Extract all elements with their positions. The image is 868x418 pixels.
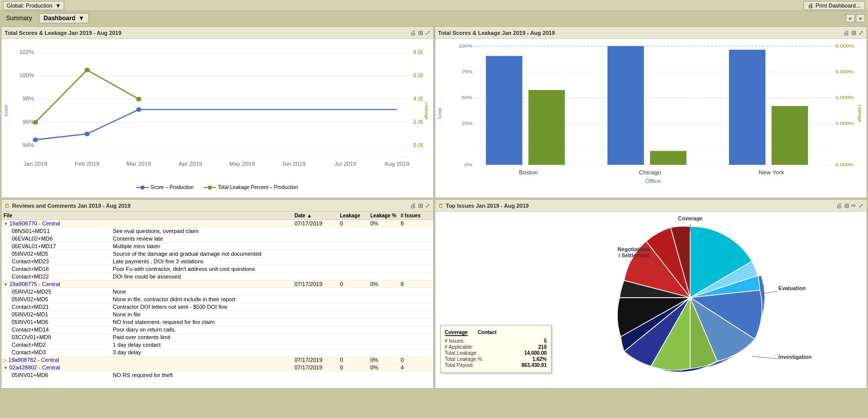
svg-point-28 (84, 68, 89, 72)
tooltip-row-payout: Total Payout: 863,430.91 (445, 362, 547, 368)
code-cell: 05INV01+MD6 (12, 319, 113, 325)
panel-header-bottom-left: 🗒 Reviews and Comments Jan 2019 - Aug 20… (2, 200, 433, 212)
panel-title-top-left: Total Scores & Leakage Jan 2019 - Aug 20… (5, 30, 121, 36)
dashboard-arrow-icon: ▼ (78, 15, 84, 22)
svg-point-26 (136, 107, 141, 112)
print-panel-icon-tr[interactable]: 🖨 (843, 29, 849, 36)
svg-text:4.000%: 4.000% (835, 95, 854, 100)
table-row: 06EVAL01+MD17 Multiple mins taken (2, 243, 433, 250)
date-cell: 07/17/2019 (295, 281, 340, 287)
svg-rect-51 (528, 90, 565, 165)
svg-text:0.00%: 0.00% (413, 143, 423, 148)
table-row: Contact+MD2 1 day delay contact (2, 341, 433, 349)
expand-panel-icon-bl[interactable]: ⊞ (418, 202, 423, 209)
svg-text:0%: 0% (465, 162, 473, 167)
dashboard-dropdown[interactable]: Dashboard ▼ (39, 13, 89, 23)
date-cell: 07/17/2019 (295, 357, 340, 363)
table-row: 05INV01+MD6 NO Insd statement- required … (2, 318, 433, 326)
table-row: Contact+MD16 Poor Fu with contractor, di… (2, 265, 433, 273)
svg-line-68 (752, 356, 777, 359)
edit-panel-icon-br[interactable]: ✏ (851, 202, 856, 209)
tooltip-tab-coverage[interactable]: Coverage (445, 330, 468, 336)
leakage-pct-cell: 0% (371, 220, 401, 226)
nav-left-button[interactable]: « (846, 14, 855, 22)
file-link[interactable]: ▼ 19a908770 - Central (4, 220, 295, 226)
print-panel-icon-bl[interactable]: 🖨 (410, 202, 416, 209)
code-cell: Contact+MD23 (12, 258, 113, 264)
desc-cell: 3 day delay (113, 349, 431, 355)
main-grid: Total Scores & Leakage Jan 2019 - Aug 20… (0, 25, 868, 418)
reviews-table-scroll[interactable]: ▼ 19a908770 - Central 07/17/2019 0 0% 8 … (2, 220, 433, 385)
global-dropdown[interactable]: Global: Production ▼ (3, 1, 64, 10)
tooltip-row-applicable: # Applicable: 210 (445, 344, 547, 350)
legend-leakage-production: Total Leakage Percent – Production (204, 184, 298, 190)
code-cell: Contact+MD3 (12, 349, 113, 355)
reviews-table-header: File Date ▲ Leakage Leakage % # Issues (2, 212, 433, 220)
col-leakage-pct: Leakage % (371, 213, 401, 218)
code-cell: 05INV02+MD25 (12, 289, 113, 295)
fullscreen-panel-icon-bl[interactable]: ⤢ (425, 202, 430, 209)
panel-title-reviews: Reviews and Comments Jan 2019 - Aug 2019 (12, 203, 130, 209)
desc-cell: Late payments , DOI fine 3 violations (113, 258, 431, 264)
table-row: ▼ 02a428802 - Central 07/17/2019 0 0% 4 (2, 364, 433, 371)
svg-text:Investigation: Investigation (778, 354, 811, 360)
svg-rect-50 (486, 56, 522, 165)
fullscreen-panel-icon-tr[interactable]: ⤢ (858, 29, 863, 36)
desc-cell: None in file, contractor didnt include i… (113, 296, 431, 302)
tooltip-row-issues: # Issues: 5 (445, 338, 547, 344)
global-label: Global: Production (7, 3, 53, 9)
tooltip-row-leakage-pct: Total Leakage %: 1.62% (445, 356, 547, 362)
svg-text:Mar 2019: Mar 2019 (126, 161, 151, 167)
desc-cell: Paid over contents limit (113, 334, 431, 340)
desc-cell: Poor Fu with contractor, didn't address … (113, 266, 431, 272)
expand-panel-icon-br[interactable]: ⊞ (844, 202, 849, 209)
y-axis-score-bar-label: Score (437, 41, 442, 185)
svg-text:6.00%: 6.00% (413, 73, 423, 78)
summary-tab[interactable]: Summary (3, 14, 35, 23)
fullscreen-panel-icon-br[interactable]: ⤢ (858, 202, 863, 209)
desc-cell: None in file (113, 311, 431, 317)
expand-panel-icon[interactable]: ⊞ (418, 29, 423, 36)
file-link[interactable]: ▷ 19a908782 - Central (4, 357, 295, 363)
panel-title-top-right: Total Scores & Leakage Jan 2019 - Aug 20… (438, 30, 555, 36)
svg-text:Aug 2019: Aug 2019 (385, 161, 409, 167)
code-cell: 08NS01+MD11 (12, 228, 113, 234)
panel-total-scores-bar: Total Scores & Leakage Jan 2019 - Aug 20… (435, 26, 867, 198)
desc-cell: DOI fine could be assessed (113, 273, 431, 280)
code-cell: 05INV01+MD6 (12, 372, 113, 378)
svg-text:75%: 75% (462, 69, 473, 74)
tooltip-tab-contact[interactable]: Contact (478, 330, 496, 336)
svg-point-24 (33, 137, 38, 142)
print-button[interactable]: 🖨 Print Dashboard... (803, 1, 865, 10)
leakage-pct-cell: 0% (371, 364, 401, 370)
leakage-pct-cell: 0% (371, 281, 401, 287)
line-chart-svg: 102% 100% 98% 96% 94% 8.00% 6.00% 4.00% … (10, 41, 423, 180)
svg-text:50%: 50% (462, 95, 473, 100)
svg-point-33 (208, 185, 212, 190)
print-panel-icon-br[interactable]: 🖨 (836, 202, 842, 209)
fullscreen-panel-icon[interactable]: ⤢ (425, 29, 430, 36)
svg-text:4.00%: 4.00% (413, 96, 423, 102)
svg-text:Feb 2019: Feb 2019 (75, 161, 100, 167)
svg-text:Jun 2019: Jun 2019 (282, 161, 305, 167)
leakage-cell: 0 (340, 357, 371, 363)
panel-icons-bottom-left: 🖨 ⊞ ⤢ (410, 202, 430, 209)
desc-cell: None (113, 289, 431, 295)
code-cell: 06EVAL02+MD6 (12, 236, 113, 242)
nav-right-button[interactable]: » (856, 14, 865, 22)
svg-rect-54 (729, 50, 765, 165)
table-row: 05INV01+MD6 NO RS required for theft (2, 371, 433, 379)
expand-panel-icon-tr[interactable]: ⊞ (851, 29, 856, 36)
panel-top-issues: 🗒 Top Issues Jan 2019 - Aug 2019 🖨 ⊞ ✏ ⤢ (435, 199, 867, 389)
panel-icons-top-right: 🖨 ⊞ ⤢ (843, 29, 863, 36)
table-row: Contact+MD14 Poor diary on return calls. (2, 326, 433, 334)
print-panel-icon[interactable]: 🖨 (410, 29, 416, 36)
issues-cell: 8 (401, 220, 431, 226)
code-cell: Contact+MD2 (12, 342, 113, 348)
code-cell: 05INV02+MD5 (12, 296, 113, 302)
pie-chart-content: Coverage Negotiations / Settlement Evalu… (435, 212, 867, 388)
desc-cell: Multiple mins taken (113, 243, 431, 249)
svg-text:6.000%: 6.000% (835, 69, 854, 74)
file-link[interactable]: ▼ 02a428802 - Central (4, 364, 295, 370)
file-link[interactable]: ▼ 19a908775 - Central (4, 281, 295, 287)
